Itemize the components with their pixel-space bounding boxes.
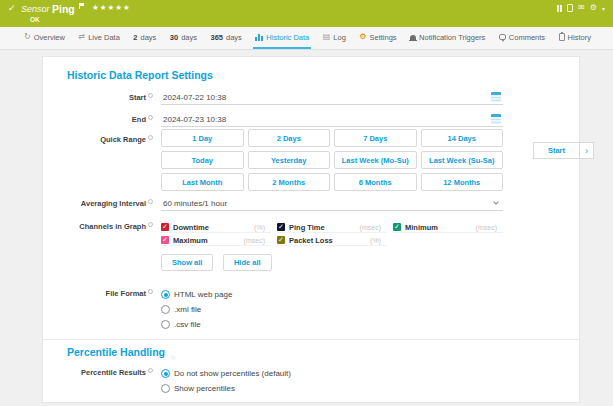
- hide-all-button[interactable]: Hide all: [223, 254, 272, 271]
- channels-label: Channels in Graph: [43, 222, 161, 231]
- info-icon[interactable]: [148, 135, 153, 140]
- calendar-icon[interactable]: [491, 92, 501, 102]
- email-icon[interactable]: ✉: [578, 4, 585, 12]
- status-badge: OK: [30, 16, 40, 23]
- tab-label: Overview: [34, 33, 65, 42]
- channel-minimum[interactable]: Minimum (msec): [393, 222, 503, 233]
- tab-number: 2: [133, 33, 137, 42]
- radio-icon[interactable]: [161, 320, 170, 329]
- radio-icon[interactable]: [161, 305, 170, 314]
- calendar-icon[interactable]: [491, 114, 501, 124]
- end-label: End: [43, 113, 161, 124]
- tab-comments[interactable]: Comments: [497, 27, 547, 49]
- tab-history[interactable]: History: [557, 27, 593, 49]
- channel-unit: (msec): [360, 224, 381, 231]
- tab-label: Comments: [509, 33, 545, 42]
- radio-selected-icon[interactable]: [161, 290, 170, 299]
- info-icon[interactable]: [148, 115, 153, 120]
- tab-log[interactable]: ▤ Log: [321, 27, 348, 49]
- info-icon[interactable]: [148, 93, 153, 98]
- live-data-icon: ⇄: [78, 33, 85, 41]
- radio-selected-icon[interactable]: [161, 369, 170, 378]
- start-row: Start 2024-07-22 10:38: [43, 91, 579, 105]
- section-title-report-settings: Historic Data Report Settings: [67, 69, 579, 82]
- percentile-option-none[interactable]: Do not show percentiles (default): [161, 366, 291, 381]
- caret-down-icon[interactable]: ▾: [602, 5, 605, 12]
- file-format-option-html[interactable]: HTML web page: [161, 287, 232, 302]
- show-all-button[interactable]: Show all: [161, 254, 213, 271]
- channel-checkbox-grid: Downtime (%) Ping Time (msec) Minimum (m…: [161, 222, 503, 246]
- averaging-interval-select[interactable]: 60 minutes/1 hour: [161, 197, 503, 211]
- channel-unit: (msec): [244, 237, 265, 244]
- info-icon[interactable]: [148, 289, 153, 294]
- tab-365-days[interactable]: 365 days: [209, 27, 244, 49]
- start-date-input[interactable]: 2024-07-22 10:38: [161, 91, 503, 105]
- history-clipboard-icon: [559, 33, 565, 41]
- start-label: Start: [43, 91, 161, 102]
- quick-range-1-day[interactable]: 1 Day: [161, 129, 244, 147]
- file-format-option-xml[interactable]: .xml file: [161, 302, 232, 317]
- tab-label: days: [226, 33, 242, 42]
- info-icon[interactable]: [148, 199, 153, 204]
- quick-range-today[interactable]: Today: [161, 151, 244, 169]
- pause-icon[interactable]: [557, 5, 562, 12]
- checkbox-checked-icon[interactable]: [393, 223, 401, 231]
- channels-row: Channels in Graph Downtime (%) Ping Time…: [43, 222, 579, 271]
- channel-unit: (msec): [476, 224, 497, 231]
- tab-historic-data[interactable]: Historic Data: [253, 27, 311, 49]
- channel-downtime[interactable]: Downtime (%): [161, 222, 271, 233]
- file-format-option-csv[interactable]: .csv file: [161, 317, 232, 332]
- tab-settings[interactable]: ⚙ Settings: [357, 27, 398, 49]
- quick-range-last-week-mo-su[interactable]: Last Week (Mo-Su): [334, 151, 417, 169]
- percentile-option-show[interactable]: Show percentiles: [161, 381, 291, 396]
- priority-stars[interactable]: ★★★★★: [92, 3, 131, 12]
- tab-2-days[interactable]: 2 days: [131, 27, 158, 49]
- quick-range-7-days[interactable]: 7 Days: [334, 129, 417, 147]
- quick-range-label: Quick Range: [43, 129, 161, 144]
- tab-live-data[interactable]: ⇄ Live Data: [76, 27, 121, 49]
- end-date-input[interactable]: 2024-07-23 10:38: [161, 113, 503, 127]
- quick-range-2-months[interactable]: 2 Months: [248, 173, 331, 191]
- sensor-kind-label: Sensor: [21, 4, 50, 14]
- checkbox-checked-icon[interactable]: [161, 236, 169, 244]
- quick-range-12-months[interactable]: 12 Months: [421, 173, 504, 191]
- start-report-button[interactable]: Start: [533, 142, 580, 159]
- gear-icon[interactable]: ⚙: [590, 4, 597, 12]
- checkbox-checked-icon[interactable]: [277, 223, 285, 231]
- tab-overview[interactable]: ↻ Overview: [22, 27, 67, 49]
- quick-range-yesterday[interactable]: Yesterday: [248, 151, 331, 169]
- info-icon[interactable]: [148, 222, 153, 227]
- checkbox-checked-icon[interactable]: [161, 223, 169, 231]
- next-step-button[interactable]: ›: [580, 142, 594, 159]
- flag-icon: [80, 3, 84, 6]
- quick-range-row: Quick Range 1 Day 2 Days 7 Days 14 Days …: [43, 129, 579, 191]
- quick-range-14-days[interactable]: 14 Days: [421, 129, 504, 147]
- quick-range-last-week-su-sa[interactable]: Last Week (Su-Sa): [421, 151, 504, 169]
- channel-ping-time[interactable]: Ping Time (msec): [277, 222, 387, 233]
- channel-packet-loss[interactable]: Packet Loss (%): [277, 235, 387, 246]
- quick-range-2-days[interactable]: 2 Days: [248, 129, 331, 147]
- info-icon[interactable]: [148, 368, 153, 373]
- report-icon[interactable]: [567, 4, 573, 12]
- log-table-icon: ▤: [323, 33, 331, 41]
- quick-range-6-months[interactable]: 6 Months: [334, 173, 417, 191]
- tab-number: 365: [211, 33, 224, 42]
- quick-range-last-month[interactable]: Last Month: [161, 173, 244, 191]
- bar-chart-icon: [255, 34, 263, 41]
- tab-label: Settings: [370, 33, 397, 42]
- checkbox-checked-icon[interactable]: [277, 236, 285, 244]
- wizard-controls: Start ›: [533, 142, 594, 159]
- status-check-icon: ✓: [8, 3, 16, 13]
- header-action-icons: ✉ ⚙ ▾: [557, 4, 605, 12]
- channel-maximum[interactable]: Maximum (msec): [161, 235, 271, 246]
- tab-label: Live Data: [88, 33, 120, 42]
- gear-icon: ⚙: [359, 33, 366, 41]
- tab-notification-triggers[interactable]: Notification Triggers: [408, 27, 487, 49]
- tab-label: days: [141, 33, 157, 42]
- sensor-header: ✓ Sensor Ping ★★★★★ OK ✉ ⚙ ▾: [0, 0, 613, 27]
- channel-unit: (%): [254, 224, 265, 231]
- averaging-interval-row: Averaging Interval 60 minutes/1 hour: [43, 197, 579, 211]
- radio-icon[interactable]: [161, 384, 170, 393]
- tab-30-days[interactable]: 30 days: [168, 27, 199, 49]
- tab-number: 30: [170, 33, 178, 42]
